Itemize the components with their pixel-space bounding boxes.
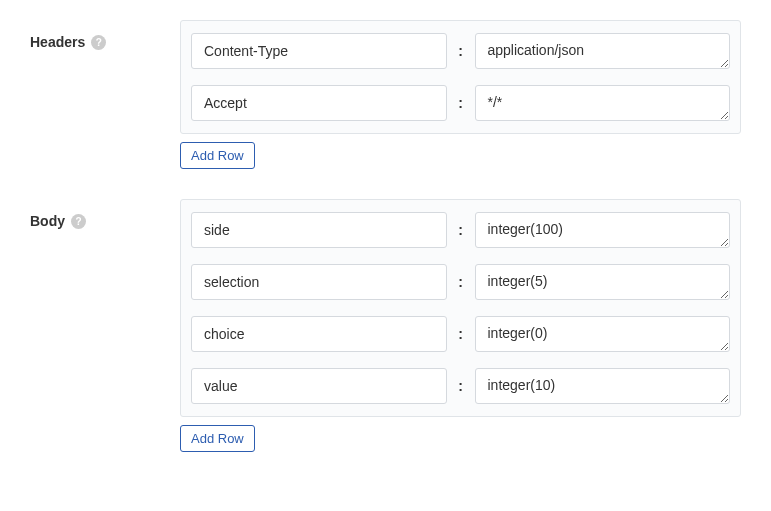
body-value-input[interactable] <box>475 212 731 248</box>
table-row: : <box>191 360 730 412</box>
table-row: : <box>191 25 730 77</box>
body-content: : : : : Add Row <box>180 199 741 452</box>
help-icon[interactable]: ? <box>91 35 106 50</box>
table-row: : <box>191 204 730 256</box>
header-value-input[interactable] <box>475 85 731 121</box>
add-row-wrap: Add Row <box>180 425 741 452</box>
body-value-input[interactable] <box>475 368 731 404</box>
header-key-input[interactable] <box>191 33 447 69</box>
headers-content: : : Add Row <box>180 20 741 169</box>
body-label: Body <box>30 213 65 229</box>
separator: : <box>447 326 475 342</box>
separator: : <box>447 378 475 394</box>
body-key-input[interactable] <box>191 316 447 352</box>
separator: : <box>447 222 475 238</box>
table-row: : <box>191 256 730 308</box>
headers-label-col: Headers ? <box>30 20 180 50</box>
body-key-input[interactable] <box>191 264 447 300</box>
separator: : <box>447 95 475 111</box>
body-value-input[interactable] <box>475 316 731 352</box>
table-row: : <box>191 308 730 360</box>
add-row-button[interactable]: Add Row <box>180 425 255 452</box>
body-label-col: Body ? <box>30 199 180 229</box>
add-row-button[interactable]: Add Row <box>180 142 255 169</box>
body-value-input[interactable] <box>475 264 731 300</box>
separator: : <box>447 43 475 59</box>
help-icon[interactable]: ? <box>71 214 86 229</box>
headers-label: Headers <box>30 34 85 50</box>
headers-section: Headers ? : : Add Row <box>30 20 741 169</box>
body-key-input[interactable] <box>191 212 447 248</box>
body-key-input[interactable] <box>191 368 447 404</box>
header-value-input[interactable] <box>475 33 731 69</box>
table-row: : <box>191 77 730 129</box>
add-row-wrap: Add Row <box>180 142 741 169</box>
header-key-input[interactable] <box>191 85 447 121</box>
body-section: Body ? : : : : <box>30 199 741 452</box>
separator: : <box>447 274 475 290</box>
headers-panel: : : <box>180 20 741 134</box>
body-panel: : : : : <box>180 199 741 417</box>
